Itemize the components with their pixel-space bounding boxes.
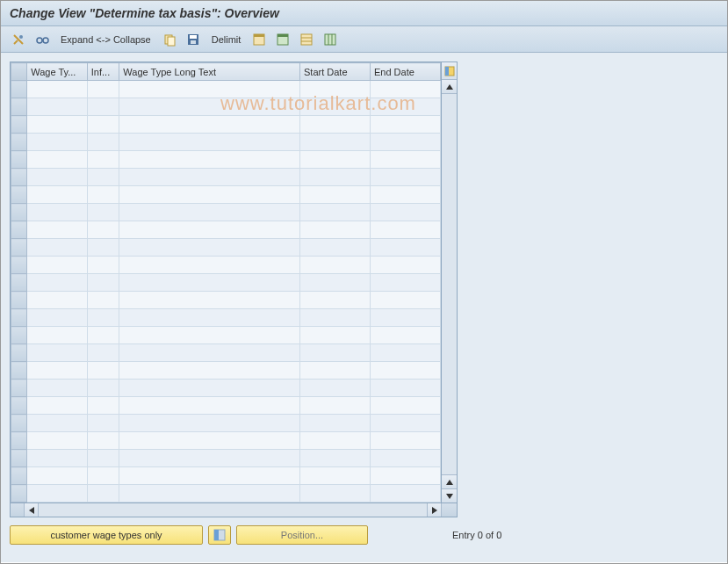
- position-button[interactable]: Position...: [236, 525, 368, 545]
- cell[interactable]: [300, 380, 371, 397]
- cell[interactable]: [370, 485, 440, 503]
- row-selector[interactable]: [11, 327, 27, 344]
- cell[interactable]: [300, 450, 371, 467]
- row-selector[interactable]: [11, 204, 27, 221]
- cell[interactable]: [87, 186, 119, 204]
- cell[interactable]: [300, 257, 371, 274]
- cell[interactable]: [27, 169, 88, 186]
- cell[interactable]: [119, 204, 300, 221]
- cell[interactable]: [119, 221, 300, 239]
- table-row[interactable]: [11, 292, 441, 309]
- cell[interactable]: [370, 81, 440, 98]
- cell[interactable]: [27, 467, 88, 485]
- cell[interactable]: [27, 344, 88, 362]
- table-row[interactable]: [11, 204, 441, 221]
- cell[interactable]: [87, 467, 119, 485]
- cell[interactable]: [87, 239, 119, 257]
- cell[interactable]: [300, 204, 371, 221]
- table-row[interactable]: [11, 362, 441, 380]
- cell[interactable]: [300, 362, 371, 380]
- cell[interactable]: [27, 309, 88, 327]
- cell[interactable]: [370, 397, 440, 415]
- cell[interactable]: [370, 204, 440, 221]
- customer-wage-types-button[interactable]: customer wage types only: [10, 525, 203, 545]
- table-row[interactable]: [11, 485, 441, 503]
- cell[interactable]: [87, 292, 119, 309]
- row-selector[interactable]: [11, 134, 27, 151]
- table-row[interactable]: [11, 98, 441, 116]
- cell[interactable]: [27, 327, 88, 344]
- row-selector[interactable]: [11, 292, 27, 309]
- scroll-right-icon[interactable]: [427, 503, 441, 517]
- cell[interactable]: [119, 450, 300, 467]
- table-row[interactable]: [11, 116, 441, 134]
- cell[interactable]: [119, 169, 300, 186]
- select-all-header[interactable]: [11, 63, 27, 81]
- cell[interactable]: [27, 415, 88, 432]
- scroll-left-icon[interactable]: [25, 503, 39, 517]
- cell[interactable]: [300, 344, 371, 362]
- cell[interactable]: [119, 186, 300, 204]
- cell[interactable]: [119, 274, 300, 292]
- table-row[interactable]: [11, 151, 441, 169]
- row-selector[interactable]: [11, 257, 27, 274]
- cell[interactable]: [27, 239, 88, 257]
- cell[interactable]: [300, 292, 371, 309]
- row-selector[interactable]: [11, 467, 27, 485]
- cell[interactable]: [300, 169, 371, 186]
- row-selector[interactable]: [11, 98, 27, 116]
- table-config-icon[interactable]: [442, 62, 457, 80]
- cell[interactable]: [87, 485, 119, 503]
- row-selector[interactable]: [11, 415, 27, 432]
- table-row[interactable]: [11, 467, 441, 485]
- cell[interactable]: [87, 81, 119, 98]
- cell[interactable]: [119, 467, 300, 485]
- row-selector[interactable]: [11, 380, 27, 397]
- scroll-track[interactable]: [442, 94, 457, 474]
- table-row[interactable]: [11, 397, 441, 415]
- cell[interactable]: [119, 239, 300, 257]
- table-row[interactable]: [11, 169, 441, 186]
- cell[interactable]: [87, 450, 119, 467]
- cell[interactable]: [87, 432, 119, 450]
- cell[interactable]: [119, 344, 300, 362]
- cell[interactable]: [87, 344, 119, 362]
- cell[interactable]: [87, 362, 119, 380]
- cell[interactable]: [370, 239, 440, 257]
- cell[interactable]: [300, 485, 371, 503]
- cell[interactable]: [370, 467, 440, 485]
- cell[interactable]: [119, 81, 300, 98]
- col-start-date[interactable]: Start Date: [300, 63, 371, 81]
- cell[interactable]: [370, 292, 440, 309]
- cell[interactable]: [300, 327, 371, 344]
- cell[interactable]: [370, 169, 440, 186]
- cell[interactable]: [27, 450, 88, 467]
- select-all-icon[interactable]: [249, 30, 270, 49]
- cell[interactable]: [370, 151, 440, 169]
- cell[interactable]: [87, 116, 119, 134]
- table-row[interactable]: [11, 309, 441, 327]
- cell[interactable]: [87, 98, 119, 116]
- row-selector[interactable]: [11, 151, 27, 169]
- cell[interactable]: [370, 432, 440, 450]
- row-selector[interactable]: [11, 274, 27, 292]
- scroll-down-icon[interactable]: [442, 488, 457, 503]
- row-selector[interactable]: [11, 344, 27, 362]
- row-selector[interactable]: [11, 397, 27, 415]
- delimit-button[interactable]: Delimit: [206, 33, 247, 47]
- cell[interactable]: [87, 309, 119, 327]
- cell[interactable]: [119, 432, 300, 450]
- copy-icon[interactable]: [159, 30, 180, 49]
- cell[interactable]: [27, 81, 88, 98]
- cell[interactable]: [119, 257, 300, 274]
- cell[interactable]: [87, 327, 119, 344]
- cell[interactable]: [300, 116, 371, 134]
- table-row[interactable]: [11, 415, 441, 432]
- cell[interactable]: [300, 151, 371, 169]
- cell[interactable]: [87, 134, 119, 151]
- cell[interactable]: [300, 221, 371, 239]
- deselect-all-icon[interactable]: [272, 30, 293, 49]
- cell[interactable]: [119, 151, 300, 169]
- cell[interactable]: [370, 309, 440, 327]
- cell[interactable]: [370, 362, 440, 380]
